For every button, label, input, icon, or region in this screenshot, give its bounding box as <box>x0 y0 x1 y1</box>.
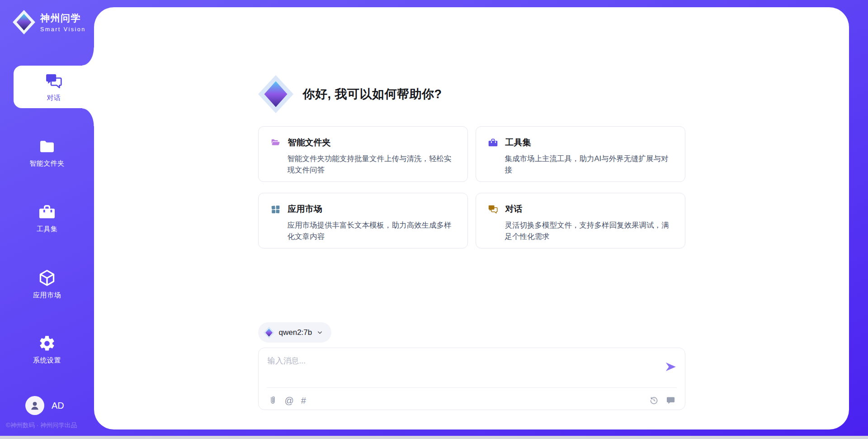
person-icon <box>29 400 41 411</box>
sidebar: 神州问学 Smart Vision 对话 智能文件夹 工具集 应用市场 系统设置… <box>0 0 94 436</box>
copyright-footer: ©神州数码 · 神州问学出品 <box>6 421 77 429</box>
composer: qwen2:7b <box>258 322 685 410</box>
brand: 神州问学 Smart Vision <box>13 10 86 34</box>
sidebar-nav: 对话 智能文件夹 工具集 应用市场 系统设置 <box>0 66 94 394</box>
gear-icon <box>38 334 56 353</box>
at-icon: @ <box>285 396 294 405</box>
feature-cards: 智能文件夹 智能文件夹功能支持批量文件上传与清洗，轻松实现文件问答 工具集 集成… <box>258 126 685 248</box>
sidebar-item-market[interactable]: 应用市场 <box>0 262 94 305</box>
send-icon <box>665 361 677 373</box>
main-panel: 你好, 我可以如何帮助你? 智能文件夹 智能文件夹功能支持批量文件上传与清洗，轻… <box>94 7 849 429</box>
briefcase-icon <box>38 203 56 221</box>
brand-logo-icon <box>13 10 35 34</box>
cube-icon <box>38 268 57 287</box>
user-name: AD <box>52 401 64 411</box>
card-market[interactable]: 应用市场 应用市场提供丰富长文本模板，助力高效生成多样化文章内容 <box>258 193 468 248</box>
card-title: 智能文件夹 <box>288 137 331 148</box>
briefcase-icon <box>488 138 498 148</box>
chat-icon <box>45 72 63 90</box>
grid-icon <box>270 204 281 215</box>
card-tools[interactable]: 工具集 集成市场上主流工具，助力AI与外界无缝扩展与对接 <box>476 126 685 182</box>
comment-button[interactable] <box>666 396 675 405</box>
composer-divider <box>267 387 677 388</box>
mention-button[interactable]: @ <box>285 396 294 405</box>
history-button[interactable] <box>649 396 659 405</box>
tab-curve-bottom <box>82 108 94 126</box>
tab-curve-top <box>82 48 94 66</box>
chat-icon <box>488 204 498 215</box>
card-title: 工具集 <box>505 137 531 148</box>
avatar <box>25 396 44 415</box>
assistant-logo-icon <box>258 75 293 113</box>
comment-icon <box>666 396 675 405</box>
chevron-down-icon <box>316 329 323 336</box>
card-description: 应用市场提供丰富长文本模板，助力高效生成多样化文章内容 <box>288 220 456 242</box>
brand-subtitle: Smart Vision <box>40 26 86 33</box>
card-description: 集成市场上主流工具，助力AI与外界无缝扩展与对接 <box>505 153 673 176</box>
card-description: 智能文件夹功能支持批量文件上传与清洗，轻松实现文件问答 <box>288 153 456 176</box>
greeting-text: 你好, 我可以如何帮助你? <box>303 86 442 102</box>
greeting: 你好, 我可以如何帮助你? <box>258 75 442 113</box>
send-button[interactable] <box>665 361 677 374</box>
card-title: 应用市场 <box>288 203 322 215</box>
message-input[interactable] <box>268 355 656 377</box>
brand-name: 神州问学 <box>40 12 86 24</box>
model-selector[interactable]: qwen2:7b <box>258 322 332 343</box>
attach-button[interactable] <box>268 396 278 405</box>
paperclip-icon <box>268 396 278 405</box>
card-title: 对话 <box>505 203 523 215</box>
folder-icon <box>38 138 56 156</box>
hash-icon: # <box>301 396 306 405</box>
message-input-box: @ # <box>258 348 685 410</box>
user-profile[interactable]: AD <box>25 396 64 415</box>
model-name: qwen2:7b <box>279 328 312 337</box>
card-description: 灵活切换多模型文件，支持多样回复效果调试，满足个性化需求 <box>505 220 673 242</box>
sidebar-item-settings[interactable]: 系统设置 <box>0 328 94 371</box>
card-folder[interactable]: 智能文件夹 智能文件夹功能支持批量文件上传与清洗，轻松实现文件问答 <box>258 126 468 182</box>
topic-button[interactable]: # <box>301 396 306 405</box>
sidebar-item-tools[interactable]: 工具集 <box>0 197 94 239</box>
folder-open-icon <box>270 138 281 148</box>
card-chat[interactable]: 对话 灵活切换多模型文件，支持多样回复效果调试，满足个性化需求 <box>476 193 685 248</box>
sidebar-item-folder[interactable]: 智能文件夹 <box>0 131 94 174</box>
model-logo-icon <box>264 327 274 339</box>
sidebar-item-chat[interactable]: 对话 <box>14 66 94 108</box>
bottom-strip <box>0 436 868 439</box>
history-icon <box>649 396 659 405</box>
